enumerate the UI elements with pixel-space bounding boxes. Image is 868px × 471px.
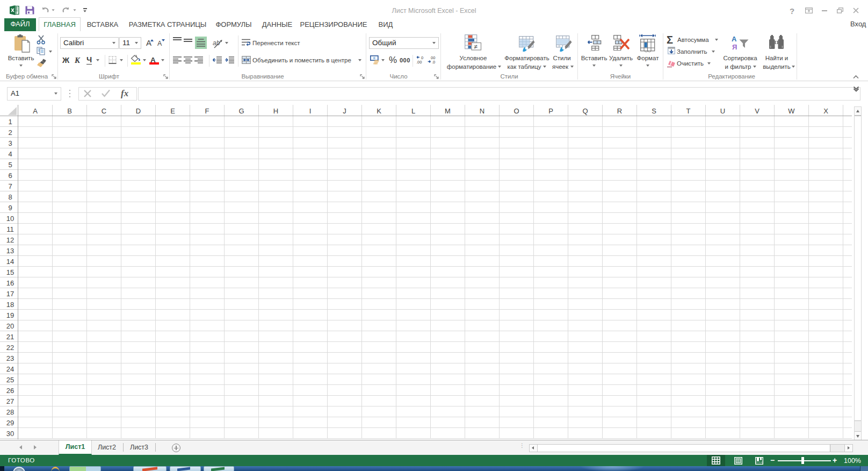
- svg-text:≠: ≠: [474, 43, 478, 51]
- svg-text:,0: ,0: [432, 60, 435, 64]
- svg-text:,00: ,00: [416, 60, 422, 64]
